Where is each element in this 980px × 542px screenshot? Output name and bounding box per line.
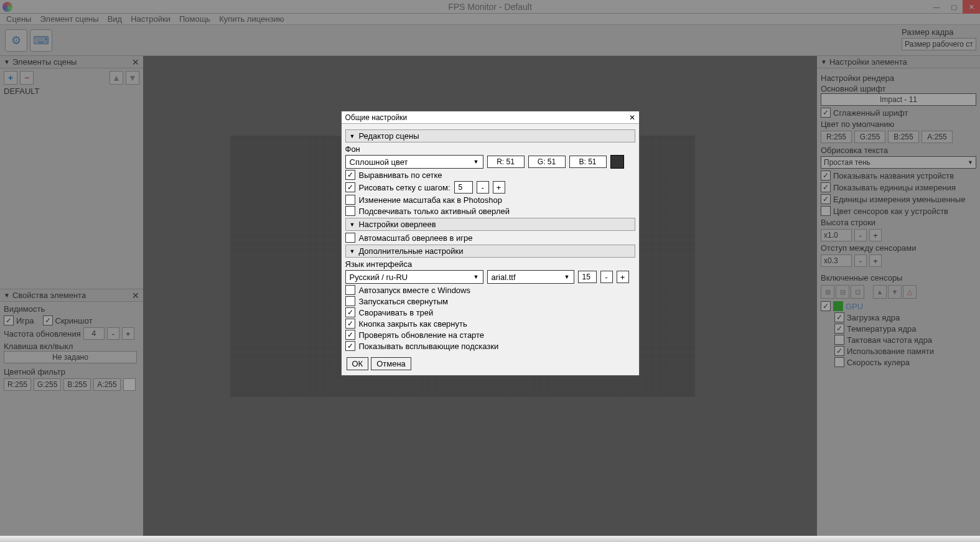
font-minus[interactable]: - bbox=[600, 271, 613, 283]
minimize-tray-label: Сворачивать в трей bbox=[359, 308, 434, 317]
check-updates-label: Проверять обновление на старте bbox=[359, 330, 485, 340]
align-grid-checkbox[interactable]: ✓ bbox=[345, 170, 355, 180]
font-file-select[interactable]: arial.ttf▼ bbox=[487, 270, 574, 284]
ok-button[interactable]: ОК bbox=[347, 357, 369, 370]
bg-swatch[interactable] bbox=[610, 155, 624, 169]
language-select[interactable]: Русский / ru-RU▼ bbox=[345, 270, 483, 284]
cancel-button[interactable]: Отмена bbox=[371, 357, 411, 370]
bg-b-input[interactable] bbox=[569, 156, 607, 168]
start-minimized-label: Запускаться свернутым bbox=[359, 297, 448, 306]
close-as-minimize-checkbox[interactable]: ✓ bbox=[345, 319, 355, 329]
autostart-label: Автозапуск вместе с Windows bbox=[359, 286, 471, 295]
section-editor[interactable]: ▼Редактор сцены bbox=[345, 129, 635, 143]
modal-title: Общие настройки bbox=[345, 113, 408, 122]
modal-close-icon[interactable]: ✕ bbox=[629, 113, 635, 122]
highlight-active-checkbox[interactable] bbox=[345, 206, 355, 216]
grid-minus[interactable]: - bbox=[477, 181, 489, 194]
highlight-active-label: Подсвечивать только активный оверлей bbox=[359, 207, 510, 216]
taskbar bbox=[0, 536, 980, 542]
settings-modal: Общие настройки ✕ ▼Редактор сцены Фон Сп… bbox=[341, 111, 640, 376]
show-tooltips-checkbox[interactable]: ✓ bbox=[345, 341, 355, 351]
grid-step-input[interactable] bbox=[454, 181, 473, 194]
autoscale-label: Автомасштаб оверлеев в игре bbox=[359, 233, 473, 243]
align-grid-label: Выравнивать по сетке bbox=[359, 171, 442, 180]
bg-r-input[interactable] bbox=[487, 156, 525, 168]
show-tooltips-label: Показывать всплывающие подсказки bbox=[359, 342, 499, 351]
bg-g-input[interactable] bbox=[528, 156, 566, 168]
autoscale-checkbox[interactable] bbox=[345, 233, 355, 243]
font-plus[interactable]: + bbox=[617, 271, 629, 283]
bg-label: Фон bbox=[345, 144, 635, 154]
grid-plus[interactable]: + bbox=[493, 181, 505, 194]
font-size-input[interactable] bbox=[578, 271, 597, 283]
draw-grid-checkbox[interactable]: ✓ bbox=[345, 182, 355, 192]
language-label: Язык интерфейса bbox=[345, 259, 635, 269]
minimize-tray-checkbox[interactable]: ✓ bbox=[345, 307, 355, 317]
bg-type-select[interactable]: Сплошной цвет▼ bbox=[345, 155, 483, 169]
section-additional[interactable]: ▼Дополнительные настройки bbox=[345, 245, 635, 258]
section-overlay[interactable]: ▼Настройки оверлеев bbox=[345, 218, 635, 231]
check-updates-checkbox[interactable]: ✓ bbox=[345, 330, 355, 340]
start-minimized-checkbox[interactable] bbox=[345, 296, 355, 306]
draw-grid-label: Рисовать сетку с шагом: bbox=[359, 183, 450, 192]
autostart-checkbox[interactable] bbox=[345, 285, 355, 295]
close-as-minimize-label: Кнопка закрыть как свернуть bbox=[359, 319, 467, 329]
photoshop-zoom-label: Изменение масштаба как в Photoshop bbox=[359, 195, 502, 205]
photoshop-zoom-checkbox[interactable] bbox=[345, 195, 355, 205]
modal-overlay: Общие настройки ✕ ▼Редактор сцены Фон Сп… bbox=[0, 0, 980, 542]
